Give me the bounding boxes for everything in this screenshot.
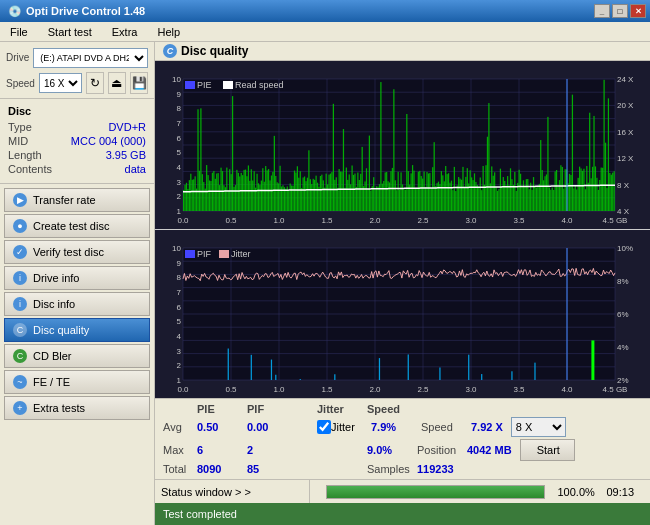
titlebar-title: 💿 Opti Drive Control 1.48 [8, 5, 145, 18]
test-completed-bar: Test completed [155, 503, 650, 525]
nav-drive-info-label: Drive info [33, 272, 79, 284]
drive-info-icon: i [13, 271, 27, 285]
nav-cd-bler-label: CD Bler [33, 350, 72, 362]
start-button[interactable]: Start [520, 439, 575, 461]
progress-bar-fill [327, 486, 544, 498]
chart1-container [155, 61, 650, 230]
disc-length-value: 3.95 GB [106, 149, 146, 161]
nav-transfer-rate-label: Transfer rate [33, 194, 96, 206]
jitter-max: 9.0% [367, 444, 417, 456]
nav-buttons: ▶ Transfer rate ● Create test disc ✓ Ver… [0, 184, 154, 525]
time-display: 09:13 [606, 486, 642, 498]
main-content: Drive (E:) ATAPI DVD A DH20A3S 9V68 Spee… [0, 42, 650, 525]
samples-value: 119233 [417, 463, 454, 475]
position-label: Position [417, 444, 467, 456]
nav-extra-tests[interactable]: + Extra tests [4, 396, 150, 420]
transfer-rate-icon: ▶ [13, 193, 27, 207]
disc-type-row: Type DVD+R [8, 121, 146, 133]
drive-select[interactable]: (E:) ATAPI DVD A DH20A3S 9V68 [33, 48, 148, 68]
menu-file[interactable]: File [4, 24, 34, 40]
menu-start-test[interactable]: Start test [42, 24, 98, 40]
nav-drive-info[interactable]: i Drive info [4, 266, 150, 290]
position-value: 4042 MB [467, 444, 512, 456]
pie-col-header: PIE [197, 403, 247, 415]
nav-cd-bler[interactable]: C CD Bler [4, 344, 150, 368]
disc-type-value: DVD+R [108, 121, 146, 133]
right-panel: C Disc quality PIE PIF Jitter Speed [155, 42, 650, 525]
status-window-btn[interactable]: Status window > > [155, 480, 310, 503]
speed-ctrl-select[interactable]: 8 X [511, 417, 566, 437]
jitter-checkbox[interactable] [317, 420, 331, 434]
disc-info-icon: i [13, 297, 27, 311]
disc-length-row: Length 3.95 GB [8, 149, 146, 161]
nav-extra-tests-label: Extra tests [33, 402, 85, 414]
speed-col-header: Speed [367, 403, 427, 415]
refresh-btn[interactable]: ↻ [86, 72, 104, 94]
pif-max: 2 [247, 444, 297, 456]
pif-jitter-chart [155, 230, 650, 398]
disc-quality-icon: C [13, 323, 27, 337]
drive-label: Drive [6, 52, 29, 63]
charts-area [155, 61, 650, 398]
nav-fe-te[interactable]: ~ FE / TE [4, 370, 150, 394]
minimize-btn[interactable]: _ [594, 4, 610, 18]
value-col-header [427, 403, 497, 415]
menu-help[interactable]: Help [151, 24, 186, 40]
sidebar: Drive (E:) ATAPI DVD A DH20A3S 9V68 Spee… [0, 42, 155, 525]
drive-section: Drive (E:) ATAPI DVD A DH20A3S 9V68 Spee… [0, 42, 154, 99]
nav-verify-test-disc-label: Verify test disc [33, 246, 104, 258]
nav-verify-test-disc[interactable]: ✓ Verify test disc [4, 240, 150, 264]
disc-contents-row: Contents data [8, 163, 146, 175]
pie-read-speed-chart [155, 61, 650, 229]
test-completed-text: Test completed [163, 508, 237, 520]
nav-disc-quality[interactable]: C Disc quality [4, 318, 150, 342]
disc-title: Disc [8, 105, 146, 117]
menu-extra[interactable]: Extra [106, 24, 144, 40]
samples-label: Samples [367, 463, 417, 475]
progress-bar-container [326, 485, 545, 499]
nav-create-test-disc-label: Create test disc [33, 220, 109, 232]
create-test-disc-icon: ● [13, 219, 27, 233]
disc-quality-header: C Disc quality [155, 42, 650, 61]
jitter-col-header: Jitter [317, 403, 367, 415]
disc-mid-label: MID [8, 135, 28, 147]
app-title: Opti Drive Control 1.48 [26, 5, 145, 17]
app-icon: 💿 [8, 5, 22, 18]
disc-mid-value: MCC 004 (000) [71, 135, 146, 147]
nav-transfer-rate[interactable]: ▶ Transfer rate [4, 188, 150, 212]
disc-btn[interactable]: 💾 [130, 72, 148, 94]
verify-test-disc-icon: ✓ [13, 245, 27, 259]
disc-contents-value: data [125, 163, 146, 175]
nav-disc-info[interactable]: i Disc info [4, 292, 150, 316]
maximize-btn[interactable]: □ [612, 4, 628, 18]
disc-mid-row: MID MCC 004 (000) [8, 135, 146, 147]
bottom-status-bar: Status window > > 100.0% 09:13 [155, 479, 650, 503]
pie-max: 6 [197, 444, 247, 456]
jitter-avg: 7.9% [371, 421, 421, 433]
chart2-container [155, 230, 650, 398]
fe-te-icon: ~ [13, 375, 27, 389]
disc-type-label: Type [8, 121, 32, 133]
disc-quality-header-icon: C [163, 44, 177, 58]
eject-btn[interactable]: ⏏ [108, 72, 126, 94]
pie-avg: 0.50 [197, 421, 247, 433]
pie-total: 8090 [197, 463, 247, 475]
menubar: File Start test Extra Help [0, 22, 650, 42]
stats-area: PIE PIF Jitter Speed Avg 0.50 0.00 Jitte… [155, 398, 650, 479]
disc-length-label: Length [8, 149, 42, 161]
avg-label: Avg [163, 421, 197, 433]
disc-quality-title: Disc quality [181, 44, 248, 58]
progress-section: 100.0% 09:13 [310, 485, 650, 499]
nav-fe-te-label: FE / TE [33, 376, 70, 388]
disc-info-section: Disc Type DVD+R MID MCC 004 (000) Length… [0, 99, 154, 184]
pif-col-header: PIF [247, 403, 297, 415]
speed-label-stat: Speed [421, 421, 471, 433]
pif-total: 85 [247, 463, 297, 475]
speed-label: Speed [6, 78, 35, 89]
status-window-label: Status window > > [161, 486, 251, 498]
jitter-label: Jitter [331, 421, 367, 433]
nav-create-test-disc[interactable]: ● Create test disc [4, 214, 150, 238]
titlebar: 💿 Opti Drive Control 1.48 _ □ ✕ [0, 0, 650, 22]
speed-select[interactable]: 16 X [39, 73, 82, 93]
close-btn[interactable]: ✕ [630, 4, 646, 18]
